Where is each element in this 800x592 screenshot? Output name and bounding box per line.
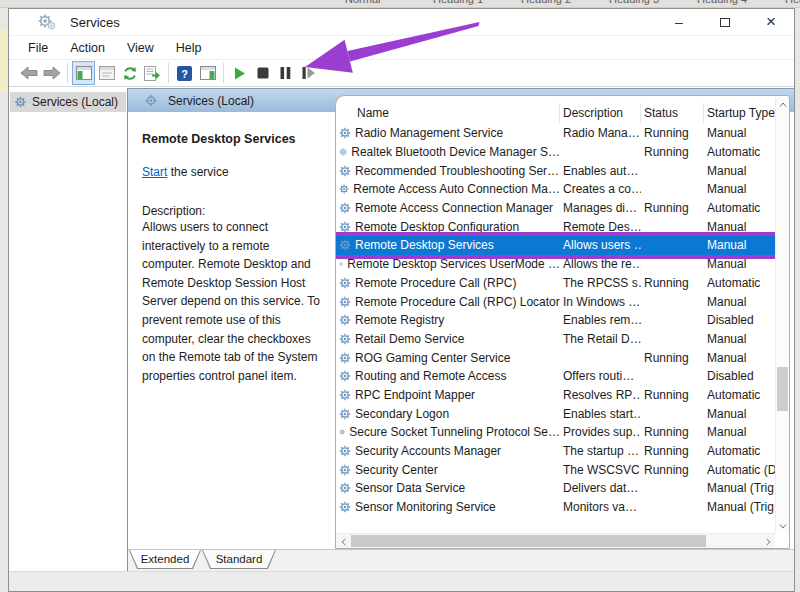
window-title: Services (70, 15, 120, 30)
service-gear-icon (339, 370, 351, 382)
table-row[interactable]: Remote RegistryEnables rem…Disabled (336, 311, 775, 330)
minimize-icon: – (675, 14, 683, 30)
tree-item-services-local[interactable]: Services (Local) (10, 92, 126, 112)
help-button[interactable]: ? (173, 61, 196, 85)
service-name: Remote Desktop Services (355, 238, 494, 252)
table-row[interactable]: Remote Procedure Call (RPC) LocatorIn Wi… (336, 292, 775, 311)
restart-service-button[interactable] (297, 61, 320, 85)
table-row[interactable]: Remote Desktop ServicesAllows users …Man… (336, 236, 775, 255)
maximize-button[interactable] (702, 9, 748, 35)
table-row[interactable]: Retail Demo ServiceThe Retail D…Manual (336, 330, 775, 349)
service-name: Recommended Troubleshooting Ser… (355, 164, 559, 178)
horizontal-scrollbar[interactable] (336, 533, 775, 548)
menu-item-help[interactable]: Help (165, 41, 213, 55)
vertical-scroll-thumb[interactable] (777, 367, 788, 411)
list-header: Name Description Status Startup Type (336, 96, 775, 123)
background-document-strip: NormalHeading 1Heading 2Heading 3Heading… (0, 0, 800, 8)
export-list-button[interactable] (141, 61, 164, 85)
table-row[interactable]: Security Accounts ManagerThe startup …Ru… (336, 442, 775, 461)
service-startup-type: Manual (704, 238, 775, 252)
service-description: Provides sup… (560, 425, 641, 439)
forward-button[interactable] (40, 61, 63, 85)
service-gear-icon (339, 146, 347, 158)
scroll-down-icon[interactable] (776, 520, 790, 532)
service-startup-type: Automatic (704, 145, 775, 159)
pause-service-button[interactable] (274, 61, 297, 85)
service-gear-icon (339, 165, 351, 177)
restart-icon (302, 67, 316, 79)
close-icon: × (766, 12, 776, 32)
service-name: Remote Registry (355, 313, 444, 327)
vertical-scrollbar[interactable] (775, 98, 789, 532)
table-row[interactable]: Remote Access Auto Connection Ma…Creates… (336, 180, 775, 199)
column-header-startup-type[interactable]: Startup Type (704, 103, 775, 123)
refresh-button[interactable] (118, 61, 141, 85)
service-status: Running (641, 201, 704, 215)
horizontal-scroll-thumb[interactable] (351, 535, 706, 547)
service-status: Running (641, 351, 704, 365)
show-console-tree-button[interactable] (72, 61, 95, 85)
service-startup-type: Automatic (D (704, 463, 775, 477)
table-row[interactable]: Remote Procedure Call (RPC)The RPCSS s…R… (336, 274, 775, 293)
start-service-button[interactable] (228, 61, 251, 85)
back-button[interactable] (17, 61, 40, 85)
column-header-name[interactable]: Name (336, 103, 560, 123)
service-gear-icon (339, 389, 351, 401)
stop-service-button[interactable] (251, 61, 274, 85)
tab-standard[interactable]: Standard (202, 550, 276, 569)
table-row[interactable]: Sensor Monitoring ServiceMonitors va…Man… (336, 498, 775, 517)
service-status: Running (641, 444, 704, 458)
scroll-right-icon[interactable] (761, 534, 775, 549)
scroll-up-icon[interactable] (776, 98, 790, 110)
table-row[interactable]: Secure Socket Tunneling Protocol Se…Prov… (336, 423, 775, 442)
menu-item-action[interactable]: Action (59, 41, 116, 55)
properties-button[interactable] (95, 61, 118, 85)
service-status: Running (641, 388, 704, 402)
service-startup-type: Manual (704, 220, 775, 234)
tab-extended[interactable]: Extended (129, 550, 201, 569)
tree-item-label: Services (Local) (32, 95, 118, 109)
table-row[interactable]: Realtek Bluetooth Device Manager S…Runni… (336, 143, 775, 162)
service-description: Monitors va… (560, 500, 641, 514)
table-row[interactable]: Remote Desktop Services UserMode …Allows… (336, 255, 775, 274)
close-button[interactable]: × (748, 9, 794, 35)
column-header-status[interactable]: Status (641, 103, 704, 123)
service-description: The Retail D… (560, 332, 641, 346)
table-row[interactable]: Remote Desktop ConfigurationRemote Des…M… (336, 217, 775, 236)
background-style-fragment: Normal (345, 0, 380, 5)
start-service-link[interactable]: Start (142, 165, 167, 179)
table-row[interactable]: Sensor Data ServiceDelivers dat…Manual (… (336, 479, 775, 498)
services-window: Services – × FileActionViewHelp (8, 8, 795, 592)
scroll-left-icon[interactable] (336, 534, 350, 549)
table-row[interactable]: Secondary LogonEnables start…Manual (336, 404, 775, 423)
background-style-fragment: Heading 4 (697, 0, 747, 5)
service-gear-icon (339, 314, 351, 326)
minimize-button[interactable]: – (656, 9, 702, 35)
show-action-pane-button[interactable] (196, 61, 219, 85)
service-description: The RPCSS s… (560, 276, 641, 290)
service-gear-icon (339, 239, 351, 251)
service-startup-type: Manual (704, 407, 775, 421)
table-row[interactable]: RPC Endpoint MapperResolves RP…RunningAu… (336, 386, 775, 405)
service-startup-type: Manual (704, 182, 775, 196)
service-description: Remote Des… (560, 220, 641, 234)
table-row[interactable]: Security CenterThe WSCSVC…RunningAutomat… (336, 460, 775, 479)
service-startup-type: Manual (Trig (704, 500, 775, 514)
service-description: In Windows … (560, 295, 641, 309)
table-row[interactable]: Remote Access Connection ManagerManages … (336, 199, 775, 218)
service-startup-type: Manual (704, 351, 775, 365)
service-gear-icon (339, 352, 351, 364)
service-gear-icon (339, 127, 351, 139)
service-name: Secure Socket Tunneling Protocol Se… (349, 425, 560, 439)
table-row[interactable]: Radio Management ServiceRadio Mana…Runni… (336, 124, 775, 143)
services-gear-icon (144, 94, 158, 107)
refresh-icon (122, 66, 138, 81)
table-row[interactable]: ROG Gaming Center ServiceRunningManual (336, 348, 775, 367)
table-row[interactable]: Recommended Troubleshooting Ser…Enables … (336, 161, 775, 180)
menu-item-view[interactable]: View (116, 41, 165, 55)
column-header-description[interactable]: Description (560, 103, 641, 123)
service-status: Running (641, 145, 704, 159)
menu-item-file[interactable]: File (17, 41, 59, 55)
toolbar-separator (168, 63, 169, 83)
table-row[interactable]: Routing and Remote AccessOffers routi…Di… (336, 367, 775, 386)
